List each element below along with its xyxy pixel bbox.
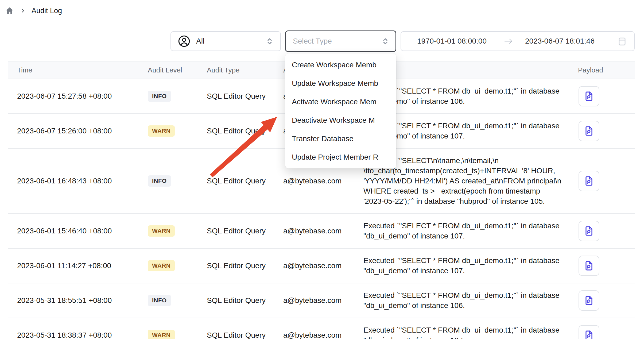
file-search-icon (583, 125, 595, 137)
payload-view-button[interactable] (579, 171, 599, 191)
breadcrumb-chevron-icon (20, 8, 26, 14)
audit-level-cell: WARN (148, 260, 207, 271)
audit-comment: Executed `"SELECT * FROM db_ui_demo.t1;"… (363, 249, 565, 283)
payload-view-button[interactable] (579, 221, 599, 241)
type-dropdown-menu: Create Workspace MembUpdate Workspace Me… (285, 53, 396, 168)
payload-view-button[interactable] (579, 86, 599, 106)
payload-view-button[interactable] (579, 256, 599, 276)
audit-level-badge: WARN (148, 225, 175, 237)
type-filter-select[interactable]: Select Type (285, 30, 396, 52)
audit-level-badge: INFO (148, 91, 171, 102)
audit-time: 2023-05-31 18:38:37 +08:00 (8, 331, 148, 339)
file-search-icon (583, 175, 595, 187)
payload-cell (565, 221, 635, 241)
type-dropdown-item[interactable]: Create Workspace Memb (285, 56, 396, 74)
audit-level-cell: INFO (148, 91, 207, 102)
table-row: 2023-06-01 15:46:40 +08:00 WARN SQL Edit… (8, 214, 635, 249)
audit-type: SQL Editor Query (207, 92, 283, 101)
audit-level-badge: INFO (148, 295, 171, 306)
file-search-icon (583, 295, 595, 306)
audit-actor: a@bytebase.com (283, 296, 363, 305)
audit-level-badge: WARN (148, 260, 175, 271)
page-title: Audit Log (32, 7, 62, 15)
updown-chevrons-icon (381, 36, 390, 46)
updown-chevrons-icon (265, 36, 274, 46)
breadcrumb: Audit Log (5, 6, 62, 15)
audit-level-badge: WARN (148, 125, 175, 137)
audit-type: SQL Editor Query (207, 127, 283, 135)
person-circle-icon (178, 35, 190, 47)
audit-level-cell: WARN (148, 125, 207, 137)
audit-time: 2023-06-01 16:48:43 +08:00 (8, 177, 148, 185)
payload-cell (565, 290, 635, 311)
type-dropdown-item[interactable]: Activate Workspace Mem (285, 93, 396, 111)
file-search-icon (583, 330, 595, 339)
payload-cell (565, 121, 635, 141)
date-range-picker[interactable]: 1970-01-01 08:00:00 2023-06-07 18:01:46 (401, 31, 635, 51)
file-search-icon (583, 260, 595, 271)
file-search-icon (583, 225, 595, 237)
type-dropdown-item[interactable]: Deactivate Workspace M (285, 111, 396, 129)
payload-cell (565, 325, 635, 339)
column-header-audit-level: Audit Level (148, 66, 207, 74)
audit-comment: Executed `"SELECT * FROM db_ui_demo.t1;"… (363, 283, 565, 318)
audit-level-cell: INFO (148, 175, 207, 187)
column-header-audit-type: Audit Type (207, 66, 283, 74)
user-filter-value: All (196, 37, 204, 45)
type-dropdown-item[interactable]: Transfer Database (285, 129, 396, 148)
audit-time: 2023-06-01 11:14:27 +08:00 (8, 261, 148, 270)
user-filter-select[interactable]: All (170, 31, 281, 51)
type-dropdown-item[interactable]: Update Workspace Memb (285, 74, 396, 93)
audit-actor: a@bytebase.com (283, 227, 363, 235)
audit-comment: Executed `"SELECT * FROM db_ui_demo.t1;"… (363, 318, 565, 339)
range-arrow-icon (504, 38, 513, 45)
payload-view-button[interactable] (579, 325, 599, 339)
type-dropdown-item[interactable]: Update Project Member R (285, 148, 396, 166)
audit-level-cell: WARN (148, 225, 207, 237)
audit-type: SQL Editor Query (207, 296, 283, 305)
audit-level-badge: WARN (148, 330, 175, 339)
audit-log-page: Audit Log All Select Type 1970-01-01 08:… (0, 0, 644, 339)
table-row: 2023-05-31 18:55:51 +08:00 INFO SQL Edit… (8, 283, 635, 318)
type-filter-placeholder: Select Type (293, 37, 332, 45)
audit-type: SQL Editor Query (207, 331, 283, 339)
audit-time: 2023-06-07 15:26:00 +08:00 (8, 127, 148, 135)
audit-time: 2023-06-07 15:27:58 +08:00 (8, 92, 148, 101)
audit-level-cell: WARN (148, 330, 207, 339)
audit-level-badge: INFO (148, 175, 171, 187)
payload-view-button[interactable] (579, 121, 599, 141)
file-search-icon (583, 91, 595, 102)
table-row: 2023-05-31 18:38:37 +08:00 WARN SQL Edit… (8, 318, 635, 339)
column-header-time: Time (8, 66, 148, 74)
date-range-start[interactable]: 1970-01-01 08:00:00 (417, 37, 487, 45)
audit-actor: a@bytebase.com (283, 261, 363, 270)
audit-comment: Executed `"SELECT * FROM db_ui_demo.t1;"… (363, 214, 565, 248)
audit-time: 2023-06-01 15:46:40 +08:00 (8, 227, 148, 235)
audit-actor: a@bytebase.com (283, 177, 363, 185)
calendar-icon (617, 36, 627, 46)
audit-level-cell: INFO (148, 295, 207, 306)
audit-type: SQL Editor Query (207, 261, 283, 270)
payload-view-button[interactable] (579, 290, 599, 311)
payload-cell (565, 171, 635, 191)
payload-cell (565, 86, 635, 106)
home-icon[interactable] (5, 6, 14, 15)
payload-cell (565, 256, 635, 276)
column-header-payload: Payload (565, 66, 635, 74)
table-row: 2023-06-01 11:14:27 +08:00 WARN SQL Edit… (8, 249, 635, 283)
audit-type: SQL Editor Query (207, 227, 283, 235)
audit-time: 2023-05-31 18:55:51 +08:00 (8, 296, 148, 305)
audit-actor: a@bytebase.com (283, 331, 363, 339)
audit-type: SQL Editor Query (207, 177, 283, 185)
date-range-end[interactable]: 2023-06-07 18:01:46 (525, 37, 595, 45)
